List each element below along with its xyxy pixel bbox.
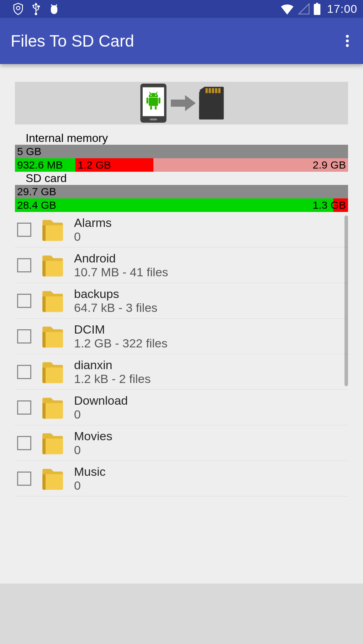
folder-subtitle: 0 <box>74 230 112 244</box>
checkbox[interactable] <box>17 365 31 379</box>
internal-total: 5 GB <box>15 145 348 158</box>
battery-icon <box>314 3 321 15</box>
internal-seg-apps: 1.2 GB <box>75 158 153 172</box>
bug-icon <box>48 3 60 15</box>
signal-icon <box>298 3 310 15</box>
row-texts: dianxin1.2 kB - 2 files <box>74 358 151 386</box>
folder-icon <box>42 360 63 384</box>
app-title: Files To SD Card <box>11 31 134 50</box>
sd-usage-bar: 28.4 GB 1.3 GB <box>15 198 348 212</box>
list-item[interactable]: Download0 <box>15 390 348 425</box>
folder-name: Movies <box>74 429 112 443</box>
folder-icon <box>42 288 63 313</box>
folder-subtitle: 0 <box>74 443 112 457</box>
bottom-bar <box>0 584 363 644</box>
status-bar: 17:00 <box>0 0 363 18</box>
checkbox[interactable] <box>17 294 31 308</box>
overflow-menu-icon[interactable] <box>342 31 352 50</box>
svg-rect-3 <box>150 118 157 120</box>
folder-subtitle: 1.2 kB - 2 files <box>74 372 151 386</box>
folder-subtitle: 10.7 MB - 41 files <box>74 265 168 279</box>
internal-usage-bar: 932.6 MB 1.2 GB 2.9 GB <box>15 158 348 172</box>
list-item[interactable]: Music0 <box>15 461 348 496</box>
checkbox[interactable] <box>17 329 31 344</box>
arrow-right-icon <box>170 94 197 112</box>
svg-rect-8 <box>155 106 157 110</box>
svg-point-12 <box>155 95 156 96</box>
app-bar: Files To SD Card <box>0 18 363 64</box>
list-item[interactable]: backups64.7 kB - 3 files <box>15 283 348 319</box>
folder-icon <box>42 324 63 349</box>
svg-rect-6 <box>158 97 160 103</box>
usb-icon <box>31 2 41 15</box>
shield-icon <box>13 3 23 15</box>
svg-point-0 <box>16 6 20 10</box>
folder-icon <box>42 466 63 491</box>
svg-rect-5 <box>146 97 148 103</box>
list-item[interactable]: DCIM1.2 GB - 322 files <box>15 319 348 354</box>
status-time: 17:00 <box>327 2 357 16</box>
wifi-icon <box>280 3 294 15</box>
svg-rect-4 <box>149 97 158 106</box>
list-item[interactable]: Alarms0 <box>15 212 348 248</box>
folder-subtitle: 1.2 GB - 322 files <box>74 336 168 350</box>
folder-subtitle: 0 <box>74 408 128 421</box>
row-texts: backups64.7 kB - 3 files <box>74 287 157 315</box>
list-item[interactable]: Android10.7 MB - 41 files <box>15 248 348 283</box>
sd-label: SD card <box>15 172 348 185</box>
svg-rect-17 <box>218 88 220 93</box>
folder-name: Android <box>74 251 168 265</box>
scrollbar[interactable] <box>344 215 348 386</box>
internal-seg-other: 2.9 GB <box>153 158 348 172</box>
svg-rect-7 <box>150 106 152 110</box>
sdcard-icon <box>199 87 224 119</box>
checkbox[interactable] <box>17 472 31 486</box>
internal-seg-free: 932.6 MB <box>15 158 75 172</box>
folder-name: Download <box>74 394 128 408</box>
folder-list[interactable]: Alarms0 Android10.7 MB - 41 files backup… <box>15 212 348 496</box>
folder-name: backups <box>74 287 157 301</box>
sd-seg-free: 28.4 GB <box>15 198 333 212</box>
phone-icon <box>139 84 168 123</box>
list-item[interactable]: dianxin1.2 kB - 2 files <box>15 354 348 390</box>
internal-label: Internal memory <box>15 132 348 145</box>
folder-icon <box>42 395 63 420</box>
row-texts: Music0 <box>74 465 106 493</box>
folder-name: DCIM <box>74 323 168 336</box>
folder-icon <box>42 431 63 456</box>
svg-rect-15 <box>212 88 214 93</box>
status-left <box>6 2 60 15</box>
sd-total: 29.7 GB <box>15 185 348 198</box>
row-texts: DCIM1.2 GB - 322 files <box>74 323 168 350</box>
svg-rect-16 <box>215 88 217 93</box>
transfer-banner[interactable] <box>15 82 348 124</box>
checkbox[interactable] <box>17 400 31 415</box>
row-texts: Alarms0 <box>74 216 112 244</box>
storage-stats: Internal memory 5 GB 932.6 MB 1.2 GB 2.9… <box>15 132 348 212</box>
checkbox[interactable] <box>17 223 31 237</box>
svg-rect-13 <box>205 88 207 93</box>
row-texts: Movies0 <box>74 429 112 457</box>
folder-name: dianxin <box>74 358 151 372</box>
folder-name: Alarms <box>74 216 112 230</box>
svg-rect-14 <box>209 88 211 93</box>
folder-icon <box>42 253 63 278</box>
checkbox[interactable] <box>17 436 31 450</box>
checkbox[interactable] <box>17 258 31 272</box>
status-right: 17:00 <box>280 2 357 16</box>
folder-icon <box>42 217 63 242</box>
folder-subtitle: 0 <box>74 479 106 493</box>
svg-point-11 <box>151 95 152 96</box>
row-texts: Download0 <box>74 394 128 421</box>
list-item[interactable]: Movies0 <box>15 425 348 461</box>
row-texts: Android10.7 MB - 41 files <box>74 251 168 279</box>
folder-subtitle: 64.7 kB - 3 files <box>74 301 157 315</box>
sd-seg-used: 1.3 GB <box>333 198 348 212</box>
folder-name: Music <box>74 465 106 479</box>
